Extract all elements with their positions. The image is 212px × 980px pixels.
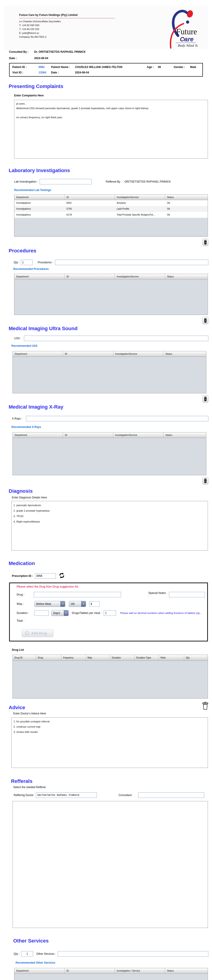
way-qty-input[interactable]	[89, 601, 100, 607]
reffering-doctor-input[interactable]	[36, 792, 97, 798]
col-status: Status	[165, 274, 208, 279]
add-icon: +	[25, 631, 29, 635]
way-select[interactable]: Before Meal ▼	[34, 601, 65, 607]
duration-type-select[interactable]: Day/s ▼	[51, 610, 69, 616]
consulted-by-label: Consulted By :	[9, 50, 34, 53]
consult-date-label: Date :	[9, 57, 34, 60]
logo-word-care: Care	[180, 36, 194, 43]
recommended-uss-link[interactable]: Recommended USS	[11, 344, 212, 347]
col-department: Department	[14, 274, 64, 279]
other-services-header: Department ID Investigation / Service St…	[14, 968, 208, 974]
delete-uss-button[interactable]: ↻	[202, 395, 208, 402]
col-status: Status	[165, 195, 208, 200]
per-meal-input[interactable]	[104, 610, 116, 616]
advice-label: Enter Doctor's Advice Here	[13, 712, 212, 715]
delete-lab-button[interactable]: ↻	[202, 239, 208, 246]
prescription-id-input[interactable]	[35, 573, 56, 579]
lab-table-body: Investigations 6051 Amylase Ok Investiga…	[14, 200, 208, 237]
other-qty-input[interactable]	[21, 951, 33, 956]
complaints-textarea[interactable]: pt seen, Abdominal USS showed panreatic …	[14, 100, 208, 159]
uss-input[interactable]	[24, 336, 208, 341]
add-drug-button[interactable]: + Add Drug	[22, 629, 53, 637]
table-row[interactable]: Investigations 6178 Total Prostate Speci…	[14, 212, 208, 218]
col-id: ID	[64, 274, 115, 279]
diagnosis-textarea[interactable]: 1. panreatic lipomatosis 2. grade 2 pros…	[11, 501, 208, 550]
col-id: ID	[63, 433, 113, 438]
logo-word-future: Future	[176, 27, 197, 36]
procedures-input[interactable]	[55, 260, 208, 265]
cell-id: 6178	[64, 212, 115, 218]
procedures-qty-label: Qty :	[14, 261, 19, 264]
frequency-select[interactable]: OD ▼	[69, 601, 86, 607]
table-row[interactable]: Investigations 6051 Amylase Ok	[14, 200, 208, 206]
recommended-lab-link[interactable]: Recommended Lab Testings	[14, 188, 212, 192]
xray-table-body	[13, 438, 206, 475]
recommended-xray-link[interactable]: Recommended X-Rays	[11, 425, 212, 429]
company-address: Le Chainter,Victoria,Mahe,Seychelles	[19, 19, 115, 24]
other-services-table: Department ID Investigation / Service St…	[14, 968, 208, 980]
cell-department: Investigations	[14, 206, 64, 212]
refresh-prescription-button[interactable]	[59, 572, 65, 579]
duration-input[interactable]	[34, 610, 48, 616]
medication-title: Medication	[9, 560, 212, 566]
svg-text:↻: ↻	[205, 242, 206, 244]
col-investigation: Investigation/Service	[113, 351, 164, 356]
chevron-down-icon: ▼	[60, 601, 65, 607]
consulted-by-value: Dr. ORITSETSETOS RAPHAEL PINNICK	[34, 50, 86, 53]
chevron-down-icon: ▼	[64, 610, 68, 616]
col-note: Note	[159, 655, 184, 660]
delete-xray-button[interactable]: ↻	[202, 477, 208, 485]
xray-table: Department ID Investigation/Service Stat…	[13, 432, 206, 475]
refferal-list-box[interactable]	[13, 801, 208, 928]
company-name: Future Care by Future Holdings (Pty) Lim…	[19, 13, 115, 18]
advice-textarea[interactable]: 1. for possible urologist referral 2. co…	[11, 718, 208, 768]
col-status: Status	[164, 433, 206, 438]
patient-info-box: Patient ID : 6982 Patient Name : CHARLES…	[9, 63, 203, 76]
drug-list-label: Drug List	[12, 648, 212, 651]
cell-id: 6051	[64, 200, 115, 206]
col-frequency: Fequency	[61, 655, 86, 660]
xray-input[interactable]	[26, 416, 208, 422]
uss-table-body	[13, 357, 206, 393]
visit-date-value: 2024-06-04	[75, 71, 89, 74]
special-notes-input[interactable]	[169, 592, 205, 597]
procedures-title: Procedures	[9, 248, 212, 254]
drug-list-body	[13, 661, 208, 698]
consultant-input[interactable]	[138, 792, 204, 798]
drug-input[interactable]	[34, 592, 121, 597]
drug-list-table: Drug ID Drug Fequency Way Duration Durat…	[13, 655, 208, 698]
recommended-other-link[interactable]: Recommended Other Services	[16, 961, 212, 964]
cell-status: Ok	[165, 212, 208, 218]
lab-investigation-input[interactable]	[40, 179, 92, 185]
xray-label: X-Rays :	[12, 417, 22, 420]
diagnosis-title: Diagnosis	[9, 488, 212, 494]
table-row[interactable]: Investigations 5756 Lipid Profile Ok	[14, 206, 208, 212]
col-investigation: Investigation/Service	[115, 274, 165, 279]
procedures-table-body	[14, 280, 208, 315]
duration-label: Duration :	[17, 611, 34, 615]
heart-icon: ♥	[183, 37, 186, 41]
other-services-label: Other Services :	[36, 952, 56, 955]
drug-list-header: Drug ID Drug Fequency Way Duration Durat…	[13, 655, 208, 661]
xray-title: Medical Imaging X-Ray	[9, 404, 212, 410]
drug-label: Drug :	[17, 593, 34, 596]
visit-date-label: Date :	[51, 71, 75, 74]
delete-advice-button[interactable]	[202, 702, 208, 711]
way-label: Way :	[17, 602, 34, 606]
cell-status: Ok	[165, 206, 208, 212]
other-services-input[interactable]	[58, 951, 208, 956]
cell-investigation: Lipid Profile	[115, 206, 165, 212]
company-number: Company No.8417652-2	[19, 35, 115, 39]
refresh-icon	[59, 572, 65, 579]
refferals-title: Refferals	[11, 778, 212, 784]
recommended-procedures-link[interactable]: Recommended Procedures	[13, 267, 212, 270]
other-qty-label: Qty :	[14, 952, 19, 955]
col-drug-id: Drug ID	[13, 655, 36, 660]
company-email: E: jude@future.sc	[19, 31, 115, 35]
procedures-label: Procedures :	[38, 261, 53, 264]
special-notes-label: Special Notes :	[148, 592, 167, 598]
patient-name-value: CHARLES WILLIAM JAMES FELTON	[75, 65, 147, 68]
cell-department: Investigations	[14, 212, 64, 218]
procedures-qty-input[interactable]	[21, 260, 32, 265]
delete-procedures-button[interactable]: ↻	[202, 317, 208, 324]
